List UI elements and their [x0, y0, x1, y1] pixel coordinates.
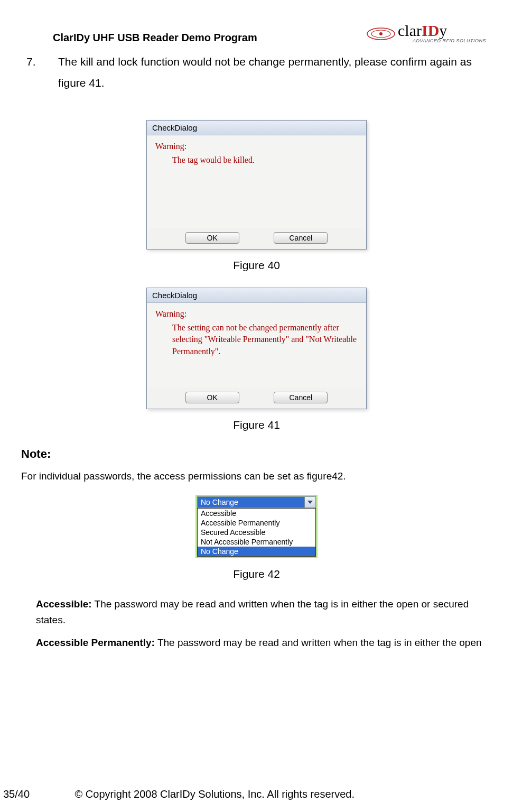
list-number: 7. [21, 51, 58, 94]
dropdown-option[interactable]: Not Accessible Permanently [198, 537, 315, 547]
copyright: © Copyright 2008 ClarIDy Solutions, Inc.… [75, 788, 355, 800]
doc-title: ClarIDy UHF USB Reader Demo Program [53, 32, 257, 44]
definition-text: The password may be read and written whe… [36, 598, 469, 625]
dropdown-option[interactable]: Accessible [198, 509, 315, 518]
svg-text:ADVANCED RFID SOLUTIONS: ADVANCED RFID SOLUTIONS [412, 38, 486, 43]
svg-text:clarIDy: clarIDy [398, 22, 447, 39]
note-text: For individual passwords, the access per… [21, 470, 492, 482]
definition-term: Accessible Permanently: [36, 637, 155, 648]
definition-text: The password may be read and written whe… [155, 637, 482, 648]
chevron-down-icon[interactable] [304, 496, 316, 508]
dropdown-option[interactable]: No Change [198, 547, 315, 556]
definition-term: Accessible: [36, 598, 92, 610]
list-text: The kill and lock function would not be … [58, 51, 492, 94]
note-heading: Note: [21, 447, 492, 461]
dialog-title: CheckDialog [147, 288, 366, 303]
ok-button[interactable]: OK [185, 232, 239, 244]
definition: Accessible: The password may be read and… [36, 596, 492, 629]
brand-logo: clarIDy ADVANCED RFID SOLUTIONS [365, 20, 492, 44]
warning-message: The setting can not be changed permanent… [172, 322, 359, 357]
page-footer: 35/40 © Copyright 2008 ClarIDy Solutions… [0, 788, 513, 800]
permissions-dropdown[interactable]: No Change AccessibleAccessible Permanent… [195, 495, 318, 558]
ok-button[interactable]: OK [185, 392, 239, 403]
cancel-button[interactable]: Cancel [274, 232, 328, 244]
figure-caption-40: Figure 40 [21, 259, 492, 272]
dialog-title: CheckDialog [147, 121, 366, 135]
definition: Accessible Permanently: The password may… [36, 635, 492, 651]
figure-caption-41: Figure 41 [21, 419, 492, 431]
check-dialog-2: CheckDialog Warning: The setting can not… [146, 288, 367, 409]
page-number: 35/40 [3, 788, 72, 800]
dropdown-list[interactable]: AccessibleAccessible PermanentlySecured … [197, 508, 316, 557]
svg-point-2 [379, 32, 383, 35]
warning-message: The tag would be killed. [172, 154, 359, 166]
figure-caption-42: Figure 42 [21, 568, 492, 580]
warning-header: Warning: [155, 309, 359, 319]
dropdown-option[interactable]: Accessible Permanently [198, 518, 315, 528]
list-item-7: 7. The kill and lock function would not … [21, 51, 492, 94]
cancel-button[interactable]: Cancel [274, 392, 328, 403]
warning-header: Warning: [155, 142, 359, 151]
check-dialog-1: CheckDialog Warning: The tag would be ki… [146, 120, 367, 250]
dropdown-option[interactable]: Secured Accessible [198, 528, 315, 537]
svg-marker-5 [307, 501, 313, 504]
dropdown-selected[interactable]: No Change [197, 496, 304, 508]
